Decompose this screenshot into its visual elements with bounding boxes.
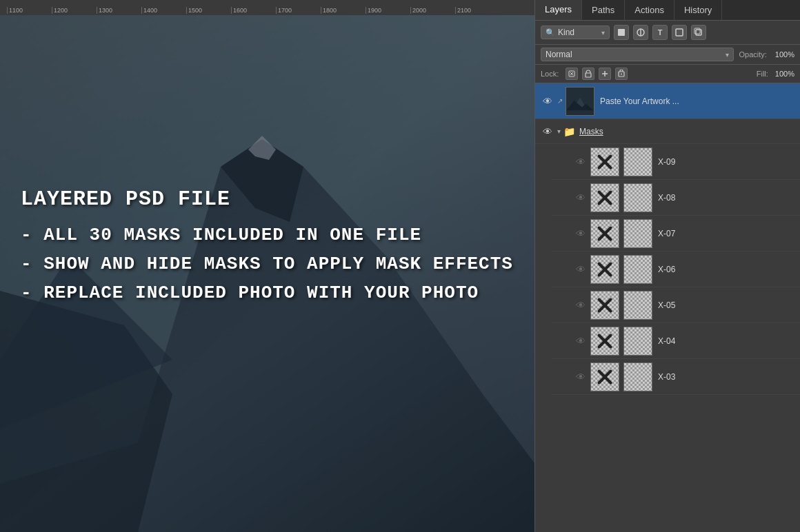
layer-row-x05[interactable]: 👁 X-05 (552, 287, 800, 323)
x-pattern-icon (591, 256, 619, 283)
text-overlay: LAYERED PSD FILE - ALL 30 MASKS INCLUDED… (21, 186, 513, 310)
eye-visibility-x04[interactable]: 👁 (574, 336, 588, 347)
layers-list: 👁 ↗ Paste Your Artwork ... 👁 ▾ 📁 Masks (535, 83, 800, 532)
eye-visibility-artwork[interactable]: 👁 (541, 96, 554, 107)
canvas-area: 1100 1200 1300 1400 1500 1600 1700 1800 … (0, 0, 534, 532)
x-pattern-icon (591, 220, 619, 247)
svg-rect-24 (566, 88, 594, 115)
eye-icon: 👁 (576, 228, 586, 239)
arrow-expand-icon[interactable]: ▾ (557, 127, 561, 135)
eye-visibility-masks[interactable]: 👁 (541, 126, 554, 137)
link-icon: ↗ (557, 97, 563, 105)
eye-visibility-x05[interactable]: 👁 (574, 300, 588, 311)
x-pattern-icon (591, 363, 619, 391)
ruler-mark: 1400 (141, 7, 186, 14)
svg-point-20 (621, 74, 622, 75)
fill-value[interactable]: 100% (775, 70, 794, 78)
ruler-mark: 1700 (276, 7, 321, 14)
ruler-mark: 2000 (410, 7, 455, 14)
layer-row-artwork[interactable]: 👁 ↗ Paste Your Artwork ... (535, 83, 800, 119)
eye-icon: 👁 (576, 336, 586, 347)
panels-area: Layers Paths Actions History 🔍 Kind ▾ T … (534, 0, 800, 532)
lock-pixels-btn[interactable] (566, 68, 578, 80)
eye-visibility-x06[interactable]: 👁 (574, 264, 588, 275)
kind-label: Kind (558, 28, 574, 37)
layer-mask-x09 (623, 147, 652, 176)
chevron-down-icon: ▾ (726, 51, 729, 59)
chevron-down-icon: ▾ (601, 29, 605, 37)
filter-type-btn[interactable]: T (652, 25, 668, 40)
panel-tabs: Layers Paths Actions History (535, 0, 800, 21)
layer-row-x07[interactable]: 👁 X-07 (552, 216, 800, 252)
tab-paths[interactable]: Paths (582, 0, 625, 20)
lock-image-btn[interactable] (582, 68, 594, 80)
layer-filter-toolbar: 🔍 Kind ▾ T (535, 21, 800, 45)
x-pattern-icon (591, 327, 619, 355)
layer-row-x03[interactable]: 👁 X-03 (552, 359, 800, 395)
filter-smart-btn[interactable] (691, 25, 706, 40)
ruler-mark: 1200 (52, 7, 97, 14)
layer-name-x06: X-06 (658, 265, 794, 274)
layer-name-masks-folder: Masks (579, 127, 794, 136)
ruler-mark: 1500 (186, 7, 231, 14)
ruler-mark: 1800 (321, 7, 366, 14)
x-pattern-icon (591, 148, 619, 176)
ruler-mark: 1300 (97, 7, 141, 14)
blend-mode-row: Normal ▾ Opacity: 100% (535, 45, 800, 65)
layer-mask-x08 (623, 183, 652, 212)
eye-icon: 👁 (576, 300, 586, 311)
opacity-value[interactable]: 100% (775, 50, 794, 59)
blend-mode-value: Normal (546, 50, 572, 59)
eye-visibility-x03[interactable]: 👁 (574, 371, 588, 382)
blend-mode-dropdown[interactable]: Normal ▾ (541, 48, 734, 61)
main-title: LAYERED PSD FILE (21, 186, 513, 213)
layer-row-masks-folder[interactable]: 👁 ▾ 📁 Masks (535, 119, 800, 144)
kind-dropdown[interactable]: 🔍 Kind ▾ (541, 25, 610, 39)
folder-icon: 📁 (563, 126, 575, 137)
eye-visibility-x09[interactable]: 👁 (574, 156, 588, 167)
layer-thumbnail-x09 (590, 147, 619, 176)
ruler-mark: 1100 (7, 7, 52, 14)
layer-thumbnail-x05 (590, 291, 619, 320)
feature-line-1: - ALL 30 MASKS INCLUDED IN ONE FILE (21, 224, 513, 247)
layer-thumbnail-x03 (590, 362, 619, 391)
eye-icon: 👁 (576, 156, 586, 167)
layer-row-x04[interactable]: 👁 X-04 (552, 323, 800, 359)
layer-row-x09[interactable]: 👁 X-09 (552, 144, 800, 180)
ruler-mark: 2100 (455, 7, 500, 14)
layer-mask-x03 (623, 362, 652, 391)
layer-row-x06[interactable]: 👁 X-06 (552, 252, 800, 287)
layer-name-x05: X-05 (658, 300, 794, 310)
ruler-marks: 1100 1200 1300 1400 1500 1600 1700 1800 … (0, 7, 500, 14)
eye-icon: 👁 (576, 264, 586, 275)
fill-label: Fill: (757, 70, 768, 78)
layer-row-x08[interactable]: 👁 X-08 (552, 180, 800, 216)
lock-position-btn[interactable] (599, 68, 611, 80)
eye-visibility-x07[interactable]: 👁 (574, 228, 588, 239)
eye-icon: 👁 (543, 96, 552, 107)
tab-layers[interactable]: Layers (535, 0, 582, 20)
eye-visibility-x08[interactable]: 👁 (574, 192, 588, 203)
x-pattern-icon (591, 291, 619, 319)
filter-pixel-btn[interactable] (614, 25, 629, 40)
filter-adjustment-btn[interactable] (633, 25, 648, 40)
filter-shape-btn[interactable] (672, 25, 687, 40)
layer-thumbnail-x06 (590, 255, 619, 284)
layer-thumbnail-artwork (566, 87, 594, 116)
ruler-mark: 1600 (231, 7, 276, 14)
layer-name-x04: X-04 (658, 336, 794, 346)
layer-mask-x07 (623, 219, 652, 248)
layer-name-artwork: Paste Your Artwork ... (600, 96, 794, 106)
tab-history[interactable]: History (674, 0, 722, 20)
layer-mask-x04 (623, 327, 652, 356)
layer-name-x07: X-07 (658, 229, 794, 238)
eye-icon: 👁 (576, 192, 586, 203)
x-pattern-icon (591, 184, 619, 212)
svg-rect-10 (676, 29, 683, 36)
lock-artboard-btn[interactable] (615, 68, 628, 80)
eye-icon: 👁 (543, 126, 552, 137)
layer-name-x08: X-08 (658, 193, 794, 203)
layer-mask-x06 (623, 255, 652, 284)
tab-actions[interactable]: Actions (625, 0, 674, 20)
svg-rect-12 (694, 28, 700, 34)
